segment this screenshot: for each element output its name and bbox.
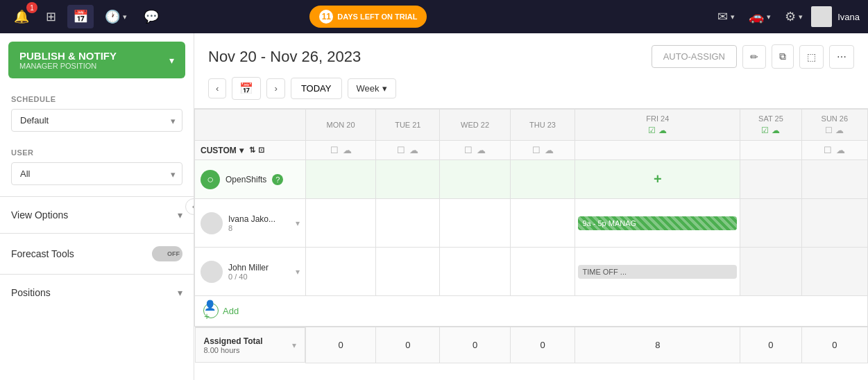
publish-notify-button[interactable]: PUBLISH & NOTIFY MANAGER POSITION ▾ xyxy=(8,42,185,78)
view-options-row[interactable]: View Options ▾ xyxy=(0,200,194,230)
sun-sub-cloud-icon[interactable]: ☁ xyxy=(836,145,845,155)
custom-sort-icon[interactable]: ⇅ xyxy=(249,146,255,155)
week-view-select[interactable]: Week ▾ xyxy=(348,78,396,98)
total-thu-value: 0 xyxy=(540,340,545,350)
header-actions: AUTO-ASSIGN ✏ ⧉ ⬚ ⋯ xyxy=(652,44,854,69)
ivana-mon xyxy=(306,199,376,248)
sun-checkbox-icon[interactable]: ☐ xyxy=(825,126,833,135)
schedule-select[interactable]: Default xyxy=(11,109,182,132)
user-select[interactable]: All xyxy=(11,162,182,185)
ivana-chevron-icon[interactable]: ▾ xyxy=(296,218,300,228)
sidebar-divider-1 xyxy=(0,196,194,197)
wed-sub-cloud-icon[interactable]: ☁ xyxy=(477,145,486,155)
fri-abbr: FRI 24 xyxy=(646,114,669,123)
ivana-fri[interactable]: 9a - 5p MANAG xyxy=(575,199,740,248)
prev-week-button[interactable]: ‹ xyxy=(208,78,226,98)
chat-icon[interactable]: 💬 xyxy=(138,5,164,28)
john-tue xyxy=(376,248,440,296)
trial-label: DAYS LEFT ON TRIAL xyxy=(337,12,417,21)
thu-sub-check-icon[interactable]: ☐ xyxy=(532,145,541,155)
mon-sub-check-icon[interactable]: ☐ xyxy=(330,145,339,155)
total-wed: 0 xyxy=(440,327,510,363)
totals-label-cell: Assigned Total 8.00 hours ▾ xyxy=(195,327,306,363)
fri-cloud-icon[interactable]: ☁ xyxy=(658,126,667,135)
sun-sub-check-icon[interactable]: ☐ xyxy=(824,145,832,155)
wed-sub-check-icon[interactable]: ☐ xyxy=(464,145,473,155)
main-layout: PUBLISH & NOTIFY MANAGER POSITION ▾ SCHE… xyxy=(0,33,868,380)
vehicle-icon[interactable]: 🚗 ▾ xyxy=(743,5,776,28)
inbox-icon[interactable]: ✉ ▾ xyxy=(712,5,740,28)
today-button[interactable]: TODAY xyxy=(291,78,342,99)
schedule-grid-container: MON 20 TUE 21 WED 22 xyxy=(194,109,868,380)
ivana-info: Ivana Jako... 8 xyxy=(228,214,290,232)
open-shifts-mon xyxy=(306,160,376,199)
sat-cloud-icon[interactable]: ☁ xyxy=(772,126,780,135)
week-view-label: Week xyxy=(357,83,380,94)
open-shifts-fri[interactable]: + xyxy=(575,160,740,199)
forecast-tools-label: Forecast Tools xyxy=(11,248,74,259)
john-name: John Miller xyxy=(228,263,290,273)
ivana-shift-block[interactable]: 9a - 5p MANAG xyxy=(578,216,737,230)
clock-icon[interactable]: 🕐 ▾ xyxy=(99,5,133,28)
header-wed: WED 22 xyxy=(440,110,510,141)
custom-text: CUSTOM xyxy=(201,146,237,155)
export-icon-button[interactable]: ⬚ xyxy=(799,45,824,69)
grid-icon[interactable]: ⊞ xyxy=(40,5,62,28)
john-chevron-icon[interactable]: ▾ xyxy=(296,267,300,277)
user-row-john: John Miller 0 / 40 ▾ TIME OFF ... xyxy=(195,248,868,296)
toggle-slider: OFF xyxy=(152,246,182,261)
more-options-button[interactable]: ⋯ xyxy=(829,45,854,69)
tue-sub-check-icon[interactable]: ☐ xyxy=(397,145,405,155)
copy-icon-button[interactable]: ⧉ xyxy=(772,44,794,69)
tue-sub-cloud-icon[interactable]: ☁ xyxy=(409,145,418,155)
schedule-toolbar: ‹ 📅 › TODAY Week ▾ xyxy=(208,77,854,108)
open-shifts-tue xyxy=(376,160,440,199)
wed-abbr: WED 22 xyxy=(461,121,489,129)
totals-row: Assigned Total 8.00 hours ▾ 0 0 0 xyxy=(195,327,868,363)
settings-icon[interactable]: ⚙ ▾ xyxy=(779,5,808,28)
add-user-button[interactable]: 👤+ Add xyxy=(195,303,867,318)
total-sun-value: 0 xyxy=(832,340,837,350)
forecast-tools-row[interactable]: Forecast Tools OFF xyxy=(0,236,194,271)
john-time-off-block[interactable]: TIME OFF ... xyxy=(578,265,737,279)
mon-sub-cloud-icon[interactable]: ☁ xyxy=(343,145,352,155)
user-label: USER xyxy=(11,148,182,157)
thu-sub-cloud-icon[interactable]: ☁ xyxy=(545,145,554,155)
next-week-button[interactable]: › xyxy=(266,78,284,98)
totals-expand-icon[interactable]: ▾ xyxy=(292,340,296,350)
user-avatar xyxy=(811,6,832,27)
john-avatar xyxy=(201,261,223,283)
custom-grid-icon[interactable]: ⊡ xyxy=(258,146,264,155)
open-shifts-label: OpenShifts xyxy=(225,175,266,184)
ivana-sat xyxy=(740,199,801,248)
add-label: Add xyxy=(223,306,239,316)
john-info: John Miller 0 / 40 xyxy=(228,263,290,281)
user-menu[interactable]: Ivana xyxy=(811,6,860,27)
edit-icon-button[interactable]: ✏ xyxy=(742,45,766,69)
add-open-shift-button[interactable]: + xyxy=(575,160,740,198)
ivana-label-cell: Ivana Jako... 8 ▾ xyxy=(195,199,306,248)
positions-row[interactable]: Positions ▾ xyxy=(0,277,194,308)
forecast-tools-toggle[interactable]: OFF xyxy=(152,246,182,261)
open-shifts-help-icon[interactable]: ? xyxy=(272,174,283,185)
sidebar-divider-2 xyxy=(0,233,194,234)
totals-label: Assigned Total xyxy=(204,336,263,346)
day-header-row: MON 20 TUE 21 WED 22 xyxy=(195,110,868,141)
auto-assign-button[interactable]: AUTO-ASSIGN xyxy=(652,45,737,68)
ivana-sun xyxy=(801,199,867,248)
sat-checkbox-icon[interactable]: ☑ xyxy=(761,126,769,135)
totals-hours: 8.00 hours xyxy=(204,346,263,354)
sun-cloud-icon[interactable]: ☁ xyxy=(835,126,844,135)
calendar-nav-icon[interactable]: 📅 xyxy=(67,5,94,28)
custom-label-cell: CUSTOM ▾ ⇅ ⊡ xyxy=(195,141,306,160)
notifications-button[interactable]: 🔔 1 xyxy=(8,5,35,28)
open-shifts-sun xyxy=(801,160,867,199)
thu-abbr: THU 23 xyxy=(529,121,556,129)
view-options-label: View Options xyxy=(11,209,68,221)
fri-checkbox-icon[interactable]: ☑ xyxy=(648,126,656,135)
custom-dropdown-icon[interactable]: ▾ xyxy=(239,146,244,155)
sidebar: PUBLISH & NOTIFY MANAGER POSITION ▾ SCHE… xyxy=(0,33,194,380)
header-label-cell xyxy=(195,110,306,141)
john-fri[interactable]: TIME OFF ... xyxy=(575,248,740,296)
calendar-picker-button[interactable]: 📅 xyxy=(232,77,261,100)
